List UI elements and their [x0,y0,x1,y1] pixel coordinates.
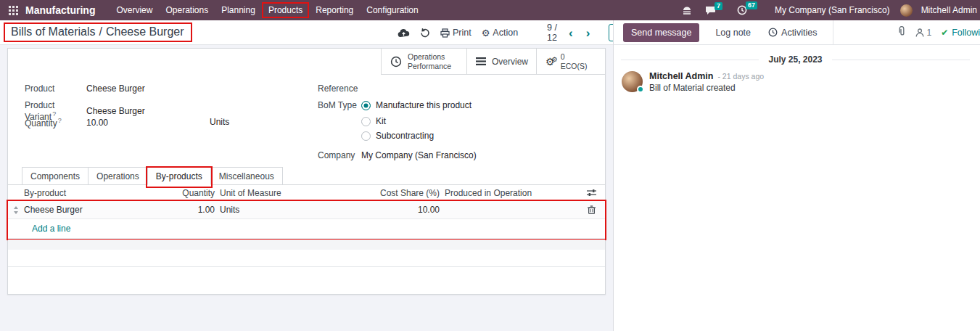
pager-prev-icon[interactable]: ‹ [567,27,575,39]
quantity-input[interactable]: 10.00 [86,118,108,128]
company-switcher[interactable]: My Company (San Francisco) [775,5,890,15]
activities-clock-icon[interactable]: 67 [733,5,763,15]
radio-kit[interactable] [361,117,371,126]
messages-badge: 7 [715,2,722,10]
eco-label: ECO(S) [561,62,588,70]
apps-grid-icon[interactable] [9,6,18,15]
attachments-button[interactable] [897,26,906,39]
delete-row-icon[interactable] [577,205,605,214]
quantity-uom: Units [210,117,229,127]
app-name[interactable]: Manufacturing [25,4,95,16]
reference-label: Reference [318,83,361,94]
tab-miscellaneous[interactable]: Miscellaneous [211,167,283,185]
chatter-message: Mitchell Admin - 21 days ago Bill of Mat… [622,71,980,93]
message-timestamp: - 21 days ago [717,72,764,81]
schedule-activity-button[interactable]: Activities [768,20,833,45]
tab-by-products[interactable]: By-products [147,167,211,185]
company-field-row: Company My Company (San Francisco) [318,150,477,160]
nav-menu: Overview Operations Planning Products Re… [110,2,424,18]
breadcrumb-parent[interactable]: Bills of Materials [11,25,95,38]
following-button[interactable]: ✔ Following [941,28,980,38]
list-icon [476,57,486,65]
message-avatar[interactable] [622,71,643,92]
company-value[interactable]: My Company (San Francisco) [361,150,477,160]
cell-quantity[interactable]: 1.00 [182,205,215,215]
tab-operations[interactable]: Operations [88,167,147,185]
message-body: Bill of Material created [649,83,764,93]
bom-type-row-1: BoM Type Manufacture this product [318,100,472,110]
discard-undo-icon[interactable] [420,28,430,38]
drag-handle-icon[interactable] [8,206,24,214]
tab-components[interactable]: Components [22,167,88,185]
breadcrumb-separator: / [99,25,102,38]
action-button[interactable]: ⚙ Action [482,28,518,38]
smart-op-line1: Operations [408,52,445,61]
systray-dome-icon[interactable] [678,6,696,15]
messages-icon[interactable]: 7 [701,6,728,15]
overview-button[interactable]: Overview [466,49,536,75]
send-message-button[interactable]: Send message [623,23,699,42]
bom-type-label: BoM Type [318,100,361,110]
user-avatar[interactable] [900,4,913,17]
col-produced-in: Produced in Operation [440,188,577,198]
cell-uom[interactable]: Units [215,205,331,215]
date-divider-label: July 25, 2023 [759,54,831,65]
nav-item-planning[interactable]: Planning [215,2,262,18]
radio-manufacture-selected[interactable] [361,101,371,110]
pager-next-icon[interactable]: › [585,27,592,39]
action-label: Action [493,28,518,38]
byproducts-table-header: By-product Quantity Unit of Measure Cost… [8,185,605,201]
pager-counter: 9 / 12 [547,23,557,43]
online-status-dot [637,86,644,93]
gear-icon: ⚙ [482,28,490,38]
activities-label: Activities [781,28,817,38]
smart-buttons: Operations Performance Overview ⚙⚙ 0 ECO… [381,49,605,75]
bom-option-kit[interactable]: Kit [376,116,386,126]
add-a-line-link[interactable]: Add a line [32,224,70,234]
chatter-toolbar: Send message Log note Activities 1 ✔ Fol… [614,20,980,45]
follower-person-icon [915,28,924,37]
smart-overview-label: Overview [492,57,528,67]
table-row[interactable]: Cheese Burger 1.00 Units 10.00 [8,201,605,219]
print-button[interactable]: Print [440,28,472,38]
nav-item-reporting[interactable]: Reporting [309,2,360,18]
user-menu[interactable]: Mitchell Admin [921,5,977,15]
col-by-product: By-product [24,188,182,198]
nav-item-overview[interactable]: Overview [110,2,159,18]
product-value[interactable]: Cheese Burger [86,83,145,94]
cell-by-product[interactable]: Cheese Burger [24,205,182,215]
radio-subcontracting[interactable] [361,131,371,141]
smart-op-line2: Performance [408,62,451,70]
message-author[interactable]: Mitchell Admin [649,71,713,81]
breadcrumb-annotation: Bills of Materials / Cheese Burger [4,23,192,42]
cell-cost-share[interactable]: 10.00 [331,205,440,215]
log-note-button[interactable]: Log note [715,28,751,38]
breadcrumb-current: Cheese Burger [106,25,184,38]
quantity-label: Quantity? [25,117,86,128]
save-cloud-icon[interactable] [398,28,410,38]
activities-badge: 67 [746,1,757,9]
clock-icon [390,56,402,68]
nav-item-products[interactable]: Products [262,2,309,18]
optional-columns-icon[interactable] [577,189,605,197]
add-line-row: Add a line [8,219,605,239]
systray: 7 67 My Company (San Francisco) Mitchell… [678,4,980,17]
quantity-field-row: Quantity? 10.00 Units [25,117,271,128]
bom-option-manufacture[interactable]: Manufacture this product [376,100,472,110]
operations-performance-button[interactable]: Operations Performance [381,49,466,75]
check-icon: ✔ [941,28,948,38]
eco-button[interactable]: ⚙⚙ 0 ECO(S) [536,49,605,75]
col-cost-share: Cost Share (%) [331,188,440,198]
product-field-row: Product Cheese Burger [25,83,145,94]
printer-icon [440,28,450,38]
bom-option-subcontracting[interactable]: Subcontracting [376,131,434,141]
followers-button[interactable]: 1 [915,28,931,38]
bom-type-row-2: Kit [361,116,386,126]
activity-clock-icon [768,28,778,37]
byproduct-rows-annotation: Cheese Burger 1.00 Units 10.00 Add a lin… [8,201,605,239]
following-label: Following [952,28,980,38]
nav-item-operations[interactable]: Operations [159,2,215,18]
notebook-tabs: Components Operations By-products Miscel… [22,167,283,185]
variant-value[interactable]: Cheese Burger [86,106,145,116]
nav-item-configuration[interactable]: Configuration [360,2,424,18]
